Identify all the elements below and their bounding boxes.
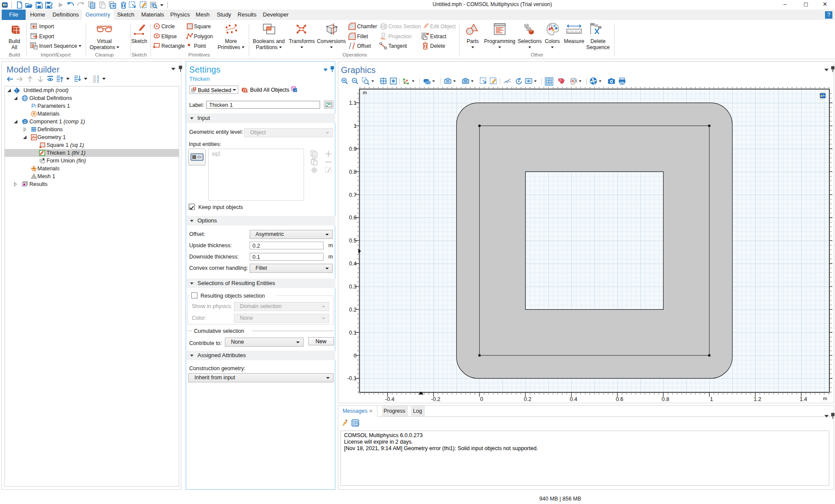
svg-text:Ω: Ω — [23, 119, 27, 124]
